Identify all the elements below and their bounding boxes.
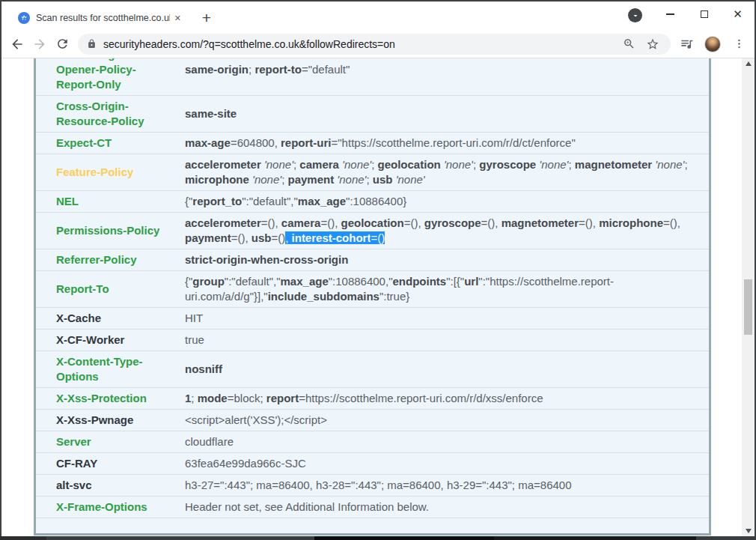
scroll-down-icon (746, 529, 752, 533)
header-value: same-site (185, 96, 709, 133)
headers-table-panel: Cross-Origin- Opener-Policy- Report-Only… (34, 58, 711, 536)
header-value: 1; mode=block; report=https://scotthelme… (185, 388, 709, 410)
vertical-scrollbar[interactable] (742, 58, 755, 536)
header-name: Cross-Origin- Resource-Policy (36, 96, 185, 133)
reload-button[interactable] (51, 33, 73, 55)
header-name: NEL (36, 191, 185, 213)
address-bar[interactable]: securityheaders.com/?q=scotthelme.co.uk&… (78, 34, 671, 55)
header-name: Report-To (36, 271, 185, 308)
browser-tab[interactable]: ★ Scan results for scotthelme.co.uk ✕ (10, 6, 187, 30)
header-name: X-CF-Worker (36, 330, 185, 351)
header-name: Permissions-Policy (36, 213, 185, 249)
header-value: accelerometer=(), camera=(), geolocation… (185, 213, 709, 249)
tab-title: Scan results for scotthelme.co.uk (36, 13, 170, 23)
table-row: X-CF-Workertrue (36, 330, 709, 351)
header-value: strict-origin-when-cross-origin (185, 249, 709, 271)
table-row: Feature-Policyaccelerometer 'none'; came… (36, 154, 709, 191)
scroll-up-button[interactable] (742, 58, 755, 69)
header-value: Header not set, see Additional Informati… (185, 497, 709, 518)
header-value: true (185, 330, 709, 351)
star-outline-icon (646, 37, 659, 51)
header-value: {"group":"default","max_age":10886400,"e… (185, 271, 709, 308)
scrollbar-thumb[interactable] (744, 279, 752, 335)
table-row: Permissions-Policyaccelerometer=(), came… (36, 213, 709, 249)
scroll-down-button[interactable] (742, 526, 755, 536)
three-dot-menu-icon (733, 37, 746, 50)
header-name: X-Cache (36, 308, 185, 330)
header-name: X-Xss-Protection (36, 388, 185, 410)
taskbar-strip (0, 536, 756, 540)
maximize-button[interactable] (687, 1, 721, 27)
header-value: cloudflare (185, 431, 709, 453)
header-name: Server (36, 431, 185, 453)
header-value: same-origin; report-to="default" (185, 58, 709, 96)
title-bar: ★ Scan results for scotthelme.co.uk ✕ + … (1, 1, 755, 30)
reload-icon (55, 37, 70, 51)
back-button[interactable] (6, 33, 28, 55)
browser-menu-button[interactable] (728, 33, 750, 55)
browser-toolbar: securityheaders.com/?q=scotthelme.co.uk&… (1, 30, 755, 58)
table-row: Referrer-Policystrict-origin-when-cross-… (36, 249, 709, 271)
table-row: CF-RAY63fea64e99da966c-SJC (36, 453, 709, 475)
new-tab-button[interactable]: + (196, 7, 217, 28)
table-row: NEL{"report_to":"default","max_age":1088… (36, 191, 709, 213)
table-row: Servercloudflare (36, 431, 709, 453)
tab-search-button[interactable] (628, 8, 642, 22)
header-value: accelerometer 'none'; camera 'none'; geo… (185, 154, 709, 191)
selection-highlight: , (285, 231, 291, 244)
zoom-button[interactable] (620, 35, 638, 53)
table-row: X-Xss-Protection1; mode=block; report=ht… (36, 388, 709, 410)
header-value: 63fea64e99da966c-SJC (185, 453, 709, 475)
header-name: X-Xss-Pwnage (36, 410, 185, 431)
tab-close-icon[interactable]: ✕ (174, 13, 181, 23)
header-name: Cross-Origin- Opener-Policy- Report-Only (36, 58, 185, 96)
chevron-down-icon (631, 11, 640, 20)
url-text[interactable]: securityheaders.com/?q=scotthelme.co.uk&… (103, 38, 614, 50)
zoom-in-icon (623, 37, 635, 50)
header-name: X-Content-Type- Options (36, 351, 185, 388)
securityheaders-favicon-icon: ★ (18, 12, 30, 24)
table-row: Expect-CTmax-age=604800, report-uri="htt… (36, 133, 709, 154)
header-value: <script>alert('XSS');</script> (185, 410, 709, 431)
header-name: Referrer-Policy (36, 249, 185, 271)
page-content: Cross-Origin- Opener-Policy- Report-Only… (1, 58, 755, 536)
table-row: X-Content-Type- Optionsnosniff (36, 351, 709, 388)
header-value: nosniff (185, 351, 709, 388)
bookmark-button[interactable] (644, 35, 662, 53)
window-controls: ✕ (653, 1, 755, 27)
header-name: alt-svc (36, 475, 185, 497)
header-value: {"report_to":"default","max_age":1088640… (185, 191, 709, 213)
raw-headers-table: Cross-Origin- Opener-Policy- Report-Only… (36, 58, 709, 518)
browser-window: ★ Scan results for scotthelme.co.uk ✕ + … (0, 0, 756, 536)
table-row: Report-To{"group":"default","max_age":10… (36, 271, 709, 308)
table-row: alt-svch3-27=":443"; ma=86400, h3-28=":4… (36, 475, 709, 497)
taskbar-segment (494, 536, 696, 540)
media-controls-button[interactable] (675, 33, 698, 55)
back-arrow-icon (10, 37, 25, 52)
selection-highlight: =() (371, 231, 385, 244)
table-row: Cross-Origin- Resource-Policysame-site (36, 96, 709, 133)
media-playlist-icon (680, 37, 694, 51)
header-name: Feature-Policy (36, 154, 185, 191)
maximize-icon (701, 10, 708, 18)
header-name: Expect-CT (36, 133, 185, 154)
header-value: max-age=604800, report-uri="https://scot… (185, 133, 709, 154)
lock-icon (87, 39, 97, 49)
table-row: Cross-Origin- Opener-Policy- Report-Only… (36, 58, 709, 96)
scroll-up-icon (746, 61, 752, 66)
header-name: CF-RAY (36, 453, 185, 475)
header-value: h3-27=":443"; ma=86400, h3-28=":443"; ma… (185, 475, 709, 497)
close-window-button[interactable]: ✕ (721, 1, 755, 27)
minimize-icon (666, 13, 674, 14)
table-row: X-CacheHIT (36, 308, 709, 330)
forward-button[interactable] (28, 33, 51, 55)
table-row: X-Frame-OptionsHeader not set, see Addit… (36, 497, 709, 518)
header-name: X-Frame-Options (36, 497, 185, 518)
forward-arrow-icon (32, 37, 47, 52)
header-value: HIT (185, 308, 709, 330)
taskbar-segment (314, 536, 494, 540)
minimize-button[interactable] (653, 1, 687, 27)
selection-highlight: interest-cohort (292, 231, 371, 244)
table-row: X-Xss-Pwnage<script>alert('XSS');</scrip… (36, 410, 709, 431)
profile-avatar[interactable] (704, 36, 721, 52)
